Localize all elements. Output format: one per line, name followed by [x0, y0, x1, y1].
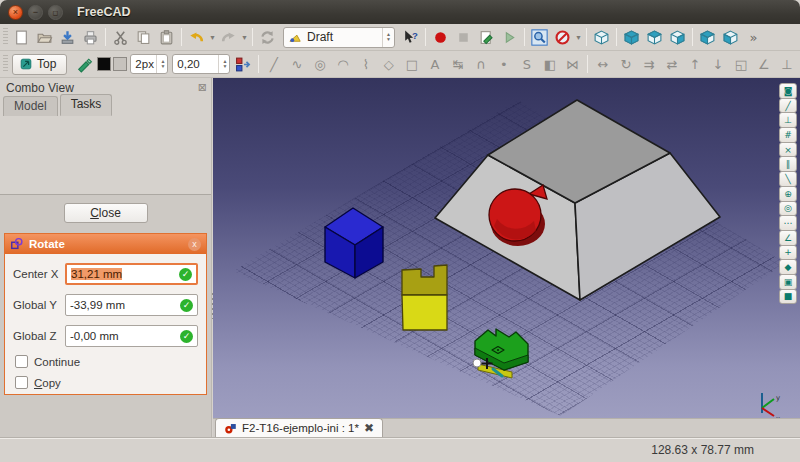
snap-midpoint-icon[interactable]: + [779, 245, 797, 261]
macro-edit-icon[interactable] [475, 26, 498, 49]
text-scale-spinbox[interactable]: 0,20 ▲▼ [172, 54, 230, 74]
redo-icon[interactable] [217, 26, 240, 49]
draft-wpproximity-icon[interactable]: ⊥ [775, 53, 798, 76]
clipping-plane-icon[interactable] [551, 26, 574, 49]
workbench-dropdown-arrows[interactable]: ▲▼ [382, 28, 391, 47]
rotate-task-icon [10, 237, 24, 251]
line-color-swatch[interactable] [97, 57, 111, 71]
macro-record-icon[interactable] [429, 26, 452, 49]
view-axonometric-icon[interactable] [590, 26, 613, 49]
draft-rotate-icon[interactable]: ↻ [614, 53, 637, 76]
draft-upgrade-icon[interactable]: ↑ [683, 53, 706, 76]
snap-intersection-icon[interactable]: × [779, 142, 797, 158]
snap-extension-icon[interactable]: ◆ [779, 259, 797, 275]
redo-dropdown-icon[interactable]: ▼ [240, 34, 249, 41]
view-bottom-icon[interactable] [719, 26, 742, 49]
line-width-spinbox[interactable]: 2px ▲▼ [130, 54, 168, 74]
draft-bspline-icon[interactable]: ⌇ [354, 53, 377, 76]
global-y-value: -33,99 mm [70, 299, 180, 311]
macro-stop-icon[interactable] [452, 26, 475, 49]
draft-point-icon[interactable]: • [492, 53, 515, 76]
undo-icon[interactable] [185, 26, 208, 49]
snap-grid-icon[interactable]: # [779, 127, 797, 143]
draft-move-icon[interactable]: ↔ [591, 53, 614, 76]
gray-pad [435, 100, 720, 300]
box-zoom-icon[interactable] [528, 26, 551, 49]
draft-arc-icon[interactable]: ◠ [331, 53, 354, 76]
document-tab-close-icon[interactable]: ✖ [364, 421, 374, 435]
window-close-button[interactable]: × [8, 5, 23, 20]
window-minimize-button[interactable]: − [28, 5, 43, 20]
draft-text-icon[interactable]: A [423, 53, 446, 76]
draft-line-icon[interactable]: ╱ [262, 53, 285, 76]
draft-facebinder-icon[interactable]: ◧ [538, 53, 561, 76]
toolbar-drag-handle[interactable] [3, 28, 8, 46]
snap-near-icon[interactable]: ╲ [779, 171, 797, 187]
global-y-input[interactable]: -33,99 mm ✓ [65, 294, 198, 316]
print-icon[interactable] [79, 26, 102, 49]
window-maximize-button[interactable]: ◻ [48, 5, 63, 20]
tab-tasks[interactable]: Tasks [60, 94, 113, 116]
save-icon[interactable] [56, 26, 79, 49]
draft-circle-icon[interactable]: ◎ [308, 53, 331, 76]
draft-polygon-icon[interactable]: ◇ [377, 53, 400, 76]
draft-shapestring-icon[interactable]: S [515, 53, 538, 76]
view-front-icon[interactable] [620, 26, 643, 49]
3d-viewport[interactable]: y x ◙╱⊥#×∥╲⊕◎⋯∠+◆▣■ [213, 78, 800, 418]
view-top-icon[interactable] [643, 26, 666, 49]
copy-icon[interactable] [132, 26, 155, 49]
snap-ortho-icon[interactable]: ⊕ [779, 186, 797, 202]
global-z-input[interactable]: -0,00 mm ✓ [65, 325, 198, 347]
green-comb [475, 329, 528, 378]
title-bar: × − ◻ FreeCAD [0, 0, 800, 24]
panel-float-icon[interactable]: ⊠ [198, 81, 207, 94]
rotate-close-icon[interactable]: x [188, 238, 201, 251]
clipping-dropdown-icon[interactable]: ▼ [574, 34, 583, 41]
snap-endpoint-icon[interactable]: ╱ [779, 98, 797, 114]
toolbar-drag-handle[interactable] [3, 55, 8, 73]
whats-this-icon[interactable]: ? [399, 26, 422, 49]
snap-lock-icon[interactable]: ◙ [779, 83, 797, 99]
open-document-icon[interactable] [33, 26, 56, 49]
view-right-icon[interactable] [666, 26, 689, 49]
draft-clone-icon[interactable]: ⋈ [561, 53, 584, 76]
new-document-icon[interactable] [10, 26, 33, 49]
face-color-swatch[interactable] [113, 57, 127, 71]
copy-checkbox[interactable] [15, 376, 28, 389]
snap-angle-icon[interactable]: ∠ [779, 230, 797, 246]
snap-perpendicular-icon[interactable]: ⊥ [779, 112, 797, 128]
snap-dimensions-icon[interactable]: ⋯ [779, 215, 797, 231]
draft-offset-icon[interactable]: ⇉ [637, 53, 660, 76]
set-working-plane-button[interactable]: Top [12, 54, 67, 75]
tab-model[interactable]: Model [3, 96, 58, 116]
continue-checkbox[interactable] [15, 355, 28, 368]
draft-trimex-icon[interactable]: ⇄ [660, 53, 683, 76]
center-x-input[interactable]: 31,21 mm ✓ [65, 263, 198, 285]
paste-icon[interactable] [155, 26, 178, 49]
draft-rectangle-icon[interactable]: □ [400, 53, 423, 76]
macro-play-icon[interactable] [498, 26, 521, 49]
draft-polyline-icon[interactable]: ∿ [285, 53, 308, 76]
scene-objects: y x [213, 78, 800, 418]
draft-arc3points-icon[interactable]: ∩ [469, 53, 492, 76]
snap-workingplane-icon[interactable]: ■ [779, 289, 797, 305]
snap-center-icon[interactable]: ◎ [779, 201, 797, 217]
draft-dimension-icon[interactable]: ↹ [446, 53, 469, 76]
snap-parallel-icon[interactable]: ∥ [779, 156, 797, 172]
draft-scale-icon[interactable]: ◱ [729, 53, 752, 76]
snap-special-icon[interactable]: ▣ [779, 274, 797, 290]
document-tab[interactable]: F2-T16-ejemplo-ini : 1* ✖ [215, 418, 383, 437]
draft-edit-icon[interactable]: ∠ [752, 53, 775, 76]
cut-icon[interactable] [109, 26, 132, 49]
apply-style-icon[interactable] [232, 53, 255, 76]
combo-view-title: Combo View [6, 81, 74, 95]
undo-dropdown-icon[interactable]: ▼ [208, 34, 217, 41]
view-rear-icon[interactable] [696, 26, 719, 49]
toolbar-overflow-icon[interactable]: » [742, 26, 765, 49]
workbench-selector[interactable]: Draft ▲▼ [283, 27, 395, 48]
refresh-icon[interactable] [256, 26, 279, 49]
workbench-selected-label: Draft [307, 30, 382, 44]
construction-mode-icon[interactable] [73, 53, 96, 76]
draft-downgrade-icon[interactable]: ↓ [706, 53, 729, 76]
close-task-button[interactable]: Close [64, 203, 148, 223]
